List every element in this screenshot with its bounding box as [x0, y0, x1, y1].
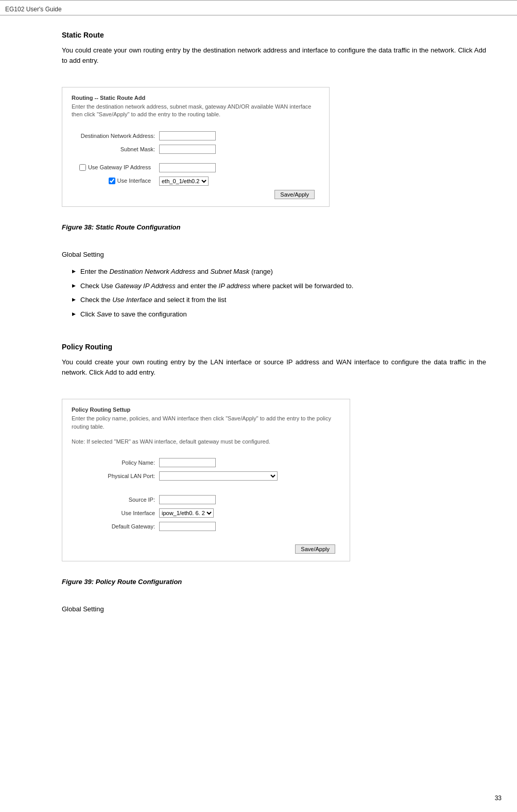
- policy-routing-figure-desc2: Note: If selected "MER" as WAN interface…: [72, 438, 340, 446]
- source-ip-input[interactable]: [159, 495, 216, 504]
- subnet-row: Subnet Mask:: [72, 145, 320, 154]
- policy-name-label: Policy Name:: [72, 460, 159, 466]
- static-route-figure-box: Routing -- Static Route Add Enter the de…: [62, 87, 330, 207]
- static-route-save-button[interactable]: Save/Apply: [274, 190, 315, 199]
- policy-routing-btn-row: Save/Apply: [72, 544, 340, 554]
- use-interface-label: Use Interface: [117, 178, 151, 184]
- policy-routing-figure-box: Policy Routing Settup Enter the policy n…: [62, 399, 350, 561]
- default-gateway-label: Default Gateway:: [72, 523, 159, 529]
- policy-interface-label: Use Interface: [72, 510, 159, 516]
- interface-select[interactable]: eth_0_1/eth0.2: [159, 176, 209, 186]
- policy-interface-row: Use Interface ipow_1/eth0. 6. 2: [72, 508, 340, 518]
- static-route-figure-title: Routing -- Static Route Add: [72, 95, 320, 101]
- default-gateway-row: Default Gateway:: [72, 522, 340, 531]
- static-route-figure-desc: Enter the destination network address, s…: [72, 103, 320, 119]
- use-interface-row: Use Interface eth_0_1/eth0.2: [72, 176, 320, 186]
- global-setting-label-1: Global Setting: [62, 250, 486, 260]
- destination-row: Destination Network Address:: [72, 131, 320, 140]
- bullet-2: Check Use Gateway IP Address and enter t…: [72, 281, 486, 291]
- page-number: 33: [495, 795, 502, 802]
- policy-interface-select[interactable]: ipow_1/eth0. 6. 2: [159, 508, 214, 518]
- figure-39-caption: Figure 39: Policy Route Configuration: [62, 578, 486, 586]
- physical-lan-label: Physical LAN Port:: [72, 473, 159, 479]
- destination-input[interactable]: [159, 131, 216, 140]
- policy-name-input[interactable]: [159, 458, 216, 467]
- physical-lan-select[interactable]: [159, 471, 278, 481]
- policy-routing-figure-desc1: Enter the policy name, policies, and WAN…: [72, 415, 340, 431]
- static-route-description: You could create your own routing entry …: [62, 45, 486, 65]
- source-ip-row: Source IP:: [72, 495, 340, 504]
- bullet-3: Check the Use Interface and select it fr…: [72, 295, 486, 305]
- static-route-btn-row: Save/Apply: [72, 190, 320, 199]
- policy-routing-description: You could create your own routing entry …: [62, 357, 486, 377]
- gateway-ip-checkbox[interactable]: [79, 164, 86, 171]
- static-route-bullets: Enter the Destination Network Address an…: [72, 267, 486, 319]
- policy-name-row: Policy Name:: [72, 458, 340, 467]
- policy-routing-heading: Policy Routing: [62, 343, 486, 351]
- default-gateway-input[interactable]: [159, 522, 216, 531]
- gateway-ip-input[interactable]: [159, 163, 216, 172]
- policy-routing-figure-title: Policy Routing Settup: [72, 407, 340, 413]
- bullet-4: Click Save to save the configuration: [72, 309, 486, 320]
- policy-routing-save-button[interactable]: Save/Apply: [295, 544, 335, 554]
- gateway-ip-row: Use Gateway IP Address: [72, 163, 320, 172]
- page-header-title: EG102 User's Guide: [5, 6, 62, 13]
- use-interface-checkbox[interactable]: [109, 178, 115, 184]
- source-ip-label: Source IP:: [72, 497, 159, 503]
- static-route-heading: Static Route: [62, 31, 486, 39]
- gateway-ip-label: Use Gateway IP Address: [88, 164, 151, 171]
- destination-label: Destination Network Address:: [72, 133, 159, 139]
- figure-38-caption: Figure 38: Static Route Configuration: [62, 223, 486, 231]
- bullet-1: Enter the Destination Network Address an…: [72, 267, 486, 277]
- subnet-label: Subnet Mask:: [72, 146, 159, 152]
- subnet-input[interactable]: [159, 145, 216, 154]
- physical-lan-row: Physical LAN Port:: [72, 471, 340, 481]
- global-setting-label-2: Global Setting: [62, 604, 486, 614]
